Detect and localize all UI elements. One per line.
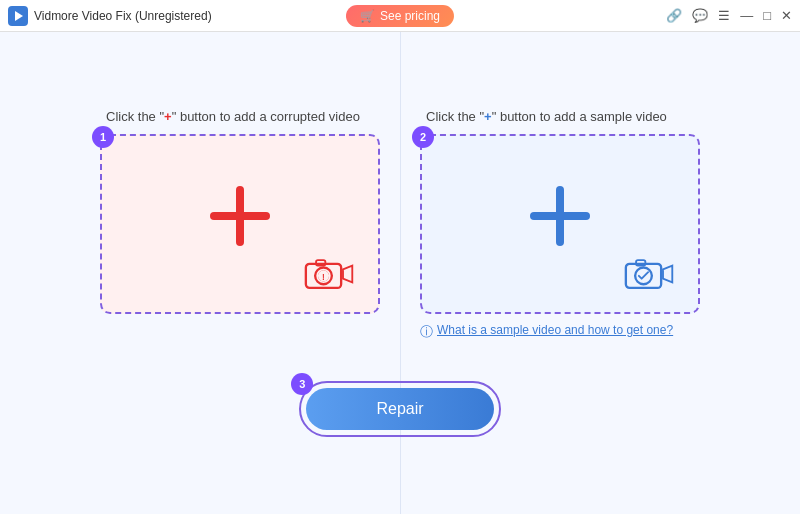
left-panel-label: Click the "+" button to add a corrupted … (100, 109, 360, 124)
sample-video-drop-zone[interactable]: 2 (420, 134, 700, 314)
repair-outer-border: 3 Repair (299, 381, 500, 437)
left-camera-area: ! (304, 256, 356, 292)
right-panel-label: Click the "+" button to add a sample vid… (420, 109, 667, 124)
message-icon[interactable]: 💬 (692, 8, 708, 23)
minimize-button[interactable]: — (740, 8, 753, 23)
titlebar: Vidmore Video Fix (Unregistered) 🛒 See p… (0, 0, 800, 32)
titlebar-center: 🛒 See pricing (346, 5, 454, 27)
divider (400, 32, 401, 514)
app-title: Vidmore Video Fix (Unregistered) (34, 9, 212, 23)
right-plus-icon (525, 181, 595, 251)
menu-icon[interactable]: ☰ (718, 8, 730, 23)
repair-area: 3 Repair (299, 381, 500, 437)
right-camera-area (624, 256, 676, 292)
sample-camera-icon (624, 256, 676, 292)
app-logo (8, 6, 28, 26)
left-plus-v (236, 186, 244, 246)
right-plus-highlight: + (484, 109, 492, 124)
corrupted-camera-icon: ! (304, 256, 356, 292)
cart-icon: 🛒 (360, 9, 375, 23)
sample-link-area: ⓘ What is a sample video and how to get … (420, 322, 673, 341)
titlebar-left: Vidmore Video Fix (Unregistered) (8, 6, 212, 26)
right-plus-v (556, 186, 564, 246)
close-button[interactable]: ✕ (781, 8, 792, 23)
svg-marker-8 (343, 266, 352, 283)
sample-video-link[interactable]: What is a sample video and how to get on… (437, 322, 673, 339)
corrupted-video-drop-zone[interactable]: 1 (100, 134, 380, 314)
left-plus-highlight: + (164, 109, 172, 124)
svg-text:!: ! (322, 272, 325, 282)
maximize-button[interactable]: □ (763, 8, 771, 23)
link-icon[interactable]: 🔗 (666, 8, 682, 23)
repair-badge: 3 (291, 373, 313, 395)
svg-marker-13 (663, 266, 672, 283)
question-circle-icon: ⓘ (420, 323, 433, 341)
left-panel: Click the "+" button to add a corrupted … (100, 109, 380, 314)
titlebar-right: 🔗 💬 ☰ — □ ✕ (666, 8, 792, 23)
right-badge: 2 (412, 126, 434, 148)
right-panel: Click the "+" button to add a sample vid… (420, 109, 700, 341)
left-badge: 1 (92, 126, 114, 148)
main-content: Click the "+" button to add a corrupted … (0, 32, 800, 514)
pricing-label: See pricing (380, 9, 440, 23)
left-plus-icon (205, 181, 275, 251)
see-pricing-button[interactable]: 🛒 See pricing (346, 5, 454, 27)
repair-button[interactable]: Repair (306, 388, 493, 430)
